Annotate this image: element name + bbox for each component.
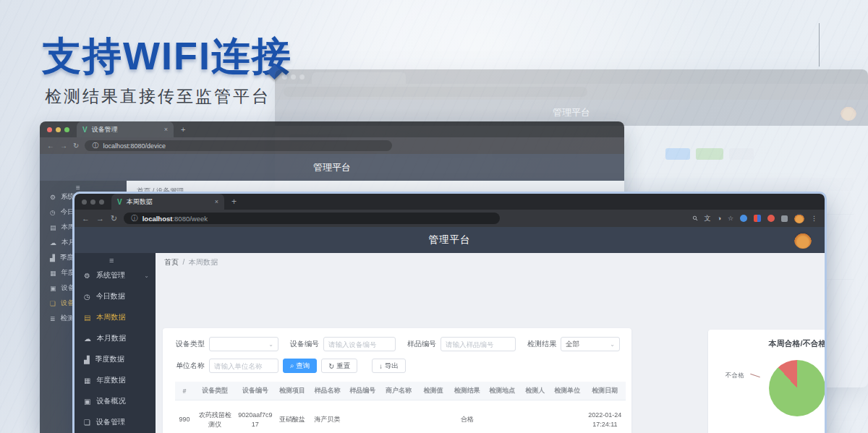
mw-url-pill[interactable]: ⓘ localhost:8080/device: [85, 140, 392, 151]
ghost-search-button[interactable]: [665, 148, 690, 160]
sidebar-item-系统管理[interactable]: ⚙系统管理⌄: [84, 270, 149, 280]
sidebar-item-label: 本月数据: [97, 333, 126, 343]
back-icon[interactable]: ←: [47, 142, 54, 150]
sidebar-item-设备管理[interactable]: ❏设备管理: [84, 417, 149, 427]
tab-close-icon[interactable]: ×: [215, 198, 218, 205]
ghost-app-title: 管理平台: [553, 106, 590, 119]
table-cell: [485, 400, 520, 433]
extension-icon[interactable]: [740, 215, 747, 222]
decorative-line: [819, 23, 820, 67]
sample-no-input[interactable]: [441, 337, 516, 351]
ghost-url-bar: [275, 84, 868, 100]
breadcrumb-home[interactable]: 首页: [164, 258, 179, 266]
sidebar-item-label: 系统管理: [96, 270, 125, 280]
sidebar-item-年度数据[interactable]: ▦年度数据: [84, 375, 149, 385]
table-cell: 990: [175, 400, 194, 433]
filter-and-table-card: 设备类型 ⌄ 设备编号 样品编号 检测结果 全部⌄ 单位名称 ⌕查询 ↻重置 ↓…: [163, 328, 631, 433]
sidebar-item-本周数据[interactable]: ▤本周数据: [84, 312, 149, 322]
column-header: 检测地点: [485, 382, 520, 400]
ghost-tab-bar: [275, 69, 868, 84]
column-header: 检测人: [520, 382, 550, 400]
hero-subtitle: 检测结果直接传至监管平台: [45, 85, 271, 108]
unit-name-label: 单位名称: [169, 361, 205, 371]
back-icon[interactable]: ←: [82, 214, 90, 223]
mw-url-text: localhost:8080/device: [103, 142, 166, 150]
ghost-add-button[interactable]: [696, 148, 723, 160]
fw-traffic-lights[interactable]: [82, 200, 104, 205]
ghost-browser-tab[interactable]: [312, 72, 406, 84]
bookmark-star-icon[interactable]: ☆: [728, 215, 733, 222]
device-type-label: 设备类型: [169, 339, 205, 349]
grid-icon: ▣: [50, 285, 56, 292]
ghost-traffic-lights: [282, 74, 305, 80]
fw-browser-tab[interactable]: V 本周数据 ×: [111, 194, 224, 210]
pie-fail-leader-line: [750, 374, 760, 377]
sidebar-item-今日数据[interactable]: ◷今日数据: [84, 291, 149, 301]
result-select[interactable]: 全部⌄: [561, 337, 620, 351]
password-key-icon[interactable]: ⚲: [691, 214, 699, 223]
device-no-label: 设备编号: [283, 339, 319, 349]
mw-tab-title: 设备管理: [92, 125, 118, 134]
forward-icon[interactable]: →: [96, 214, 104, 223]
gear-icon: ⚙: [84, 272, 90, 280]
sidebar-collapse-icon[interactable]: ≡: [76, 184, 80, 192]
sidebar-item-label: 季度数据: [95, 354, 124, 364]
badge-icon: ▦: [84, 377, 90, 385]
reload-icon[interactable]: ↻: [111, 214, 117, 223]
device-icon: ❏: [50, 300, 56, 307]
sidebar-item-label: 设备管理: [96, 417, 125, 427]
cloud-icon: ☁: [50, 239, 56, 246]
device-icon: ❏: [84, 419, 90, 426]
device-type-select[interactable]: ⌄: [209, 337, 278, 351]
table-cell: [345, 400, 380, 433]
mw-traffic-lights[interactable]: [47, 127, 69, 132]
result-label: 检测结果: [520, 339, 556, 349]
user-avatar[interactable]: [794, 231, 812, 249]
extensions-puzzle-icon[interactable]: [781, 215, 788, 222]
search-button[interactable]: ⌕查询: [283, 359, 317, 373]
fw-url-pill[interactable]: ⓘ localhost:8080/week: [124, 213, 500, 224]
fw-app-header: 管理平台: [75, 227, 825, 253]
sidebar-item-label: 今日数据: [96, 291, 125, 301]
browser-profile-avatar[interactable]: [794, 213, 804, 223]
info-icon[interactable]: ⓘ: [92, 141, 98, 150]
sidebar-item-label: 本周数据: [96, 312, 125, 322]
reload-icon[interactable]: ↻: [73, 142, 79, 150]
dark-mode-icon[interactable]: ◑: [717, 215, 720, 222]
sidebar-item-设备概况[interactable]: ▣设备概况: [84, 396, 149, 406]
sidebar-item-本月数据[interactable]: ☁本月数据: [84, 333, 149, 343]
sample-no-label: 样品编号: [400, 339, 436, 349]
table-cell: [380, 400, 417, 433]
table-cell: 海产贝类: [310, 400, 345, 433]
unit-name-input[interactable]: [209, 359, 278, 373]
tab-close-icon[interactable]: ×: [164, 126, 168, 133]
refresh-icon: ↻: [328, 362, 334, 370]
table-row[interactable]: 990农药残留检测仪9020aaf7c917亚硝酸盐海产贝类合格2022-01-…: [175, 400, 626, 433]
table-cell: [520, 400, 550, 433]
kebab-menu-icon[interactable]: ⋮: [811, 215, 817, 222]
table-cell: 2022-01-24 17:24:11: [584, 400, 626, 433]
new-tab-icon[interactable]: +: [181, 125, 185, 134]
extension-icon[interactable]: [754, 215, 761, 222]
sidebar-item-季度数据[interactable]: ▟季度数据: [84, 354, 149, 364]
forward-icon[interactable]: →: [60, 142, 67, 150]
ghost-export-button[interactable]: [729, 148, 754, 160]
translate-icon[interactable]: 文: [704, 214, 710, 223]
reset-button[interactable]: ↻重置: [321, 359, 357, 373]
ghost-url-pill[interactable]: [284, 87, 587, 97]
info-icon[interactable]: ⓘ: [131, 214, 138, 223]
column-header: 样品编号: [345, 382, 380, 400]
mw-browser-tab[interactable]: V 设备管理 ×: [77, 121, 174, 137]
vue-logo-icon: V: [82, 126, 88, 134]
sidebar-collapse-icon[interactable]: ≡: [109, 256, 114, 265]
hero-title: 支持WIFI连接: [42, 30, 292, 83]
new-tab-icon[interactable]: +: [231, 197, 237, 207]
export-button[interactable]: ↓导出: [372, 359, 406, 373]
device-no-input[interactable]: [323, 337, 396, 351]
table-cell: 合格: [449, 400, 485, 433]
extension-icon[interactable]: [767, 215, 775, 222]
weekly-pass-fail-card: 本周合格/不合格 不合格 合格: [708, 330, 827, 433]
column-header: #: [175, 382, 194, 400]
column-header: 检测项目: [275, 382, 310, 400]
table-cell: [550, 400, 584, 433]
